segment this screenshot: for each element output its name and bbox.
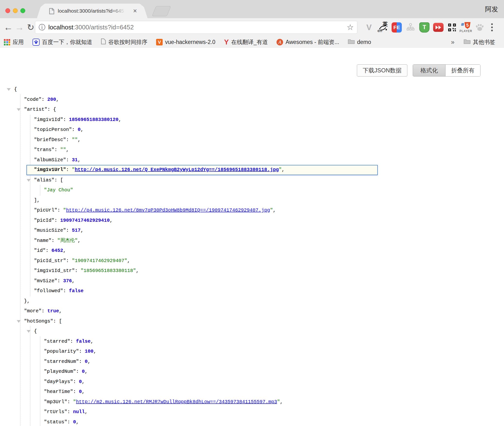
bookmark-apps[interactable]: 应用 bbox=[4, 38, 24, 46]
json-line: "img1v1Id_str": "18569651883380118", bbox=[34, 266, 378, 276]
json-value: true bbox=[47, 308, 59, 314]
bookmarks-overflow-chevron[interactable]: » bbox=[451, 38, 454, 46]
json-value: 0 bbox=[78, 127, 81, 132]
bookmark-vue-hackernews[interactable]: V vue-hackernews-2.0 bbox=[156, 39, 215, 45]
tampermonkey-icon[interactable]: T bbox=[419, 21, 430, 34]
zoom-window-button[interactable] bbox=[20, 8, 25, 13]
json-value: 19097417462929410 bbox=[60, 218, 110, 223]
fe-extension-icon[interactable]: FE bbox=[391, 21, 402, 34]
json-text: : bbox=[72, 127, 78, 132]
json-line: "picId_str": "19097417462929407", bbox=[34, 256, 378, 266]
json-text: : bbox=[54, 177, 60, 183]
json-text: , bbox=[85, 409, 88, 415]
address-bar[interactable]: ⓘ localhost:3000/artists?id=6452 ☆ bbox=[35, 21, 357, 34]
json-line: "picId": 19097417462929410, bbox=[34, 215, 378, 226]
json-text: , bbox=[88, 359, 91, 364]
format-button[interactable]: 格式化 bbox=[413, 65, 445, 76]
browser-tab[interactable]: localhost:3000/artists?id=645 × bbox=[43, 4, 142, 18]
reload-button[interactable]: ↻ bbox=[25, 18, 36, 36]
json-block: "code": 200,"artist": {"img1v1Id": 18569… bbox=[20, 94, 378, 426]
bookmark-google-sort[interactable]: 谷歌按时间排序 bbox=[101, 38, 147, 46]
tab-title-fade bbox=[111, 4, 128, 18]
back-button[interactable]: ← bbox=[3, 18, 14, 36]
json-block: "img1v1Id": 18569651883380120,"topicPers… bbox=[30, 115, 378, 296]
url-host: localhost bbox=[48, 24, 73, 31]
json-text: , bbox=[63, 248, 66, 253]
json-value: "19097417462929407" bbox=[72, 258, 127, 264]
vue-icon: V bbox=[156, 39, 163, 45]
json-text: : bbox=[66, 157, 72, 163]
json-text: : bbox=[67, 419, 73, 425]
tab-close-icon[interactable]: × bbox=[133, 4, 137, 18]
close-window-button[interactable] bbox=[5, 8, 10, 13]
collapse-all-button[interactable]: 折叠所有 bbox=[445, 65, 480, 76]
json-text: : bbox=[73, 389, 79, 394]
json-link[interactable]: http://p4.music.126.net/Q_ExePNkmgB2yWyL… bbox=[75, 167, 279, 172]
json-line: "artist": { bbox=[24, 104, 378, 115]
json-key: "img1v1Url" bbox=[34, 167, 66, 172]
json-line: "playedNum": 0, bbox=[44, 366, 378, 377]
json-line: "status": 0, bbox=[44, 417, 378, 426]
json-text: : bbox=[79, 359, 85, 364]
json-line: "dayPlays": 0, bbox=[44, 377, 378, 387]
json-value: 6452 bbox=[51, 248, 63, 253]
download-json-button[interactable]: 下载JSON数据 bbox=[357, 64, 407, 77]
paw-icon[interactable] bbox=[474, 21, 485, 34]
json-value: "http://p4.music.126.net/Q_ExePNkmgB2yWy… bbox=[72, 167, 282, 172]
json-line: "albumSize": 31, bbox=[34, 155, 378, 165]
json-line: "hotSongs": [ bbox=[24, 316, 378, 326]
json-text: : bbox=[53, 318, 59, 324]
json-key: "starredNum" bbox=[44, 359, 79, 364]
qr-code-icon[interactable] bbox=[447, 21, 457, 34]
view-mode-segmented-control: 格式化 折叠所有 bbox=[413, 64, 480, 77]
json-key: "alias" bbox=[34, 177, 54, 183]
bookmark-demo-folder[interactable]: demo bbox=[348, 39, 371, 45]
browser-menu-icon[interactable] bbox=[488, 21, 496, 34]
bookmark-youdao-translate[interactable]: Y 在线翻译_有道 bbox=[224, 38, 268, 46]
collapse-triangle[interactable] bbox=[27, 179, 31, 182]
json-text: : bbox=[47, 107, 53, 112]
vue-devtools-icon[interactable]: V bbox=[364, 21, 374, 34]
json-line: "rtUrls": null, bbox=[44, 407, 378, 417]
json-text: , bbox=[78, 238, 81, 243]
bookmark-baidu[interactable]: 百度一下，你就知道 bbox=[33, 38, 92, 46]
bookmark-awesomes[interactable]: A Awesomes - 前端资... bbox=[277, 38, 339, 46]
json-line: "img1v1Url": "http://p4.music.126.net/Q_… bbox=[26, 165, 378, 175]
fast-forward-icon[interactable] bbox=[433, 21, 444, 34]
html5-player-icon[interactable]: 5 PLAYER bbox=[461, 21, 471, 34]
page-info-icon[interactable]: ⓘ bbox=[39, 23, 45, 32]
json-text: , bbox=[127, 258, 130, 264]
json-text: : bbox=[75, 268, 81, 273]
json-text: : bbox=[57, 207, 63, 213]
json-value: 517 bbox=[72, 228, 81, 233]
json-text: , bbox=[282, 167, 285, 172]
new-tab-button[interactable] bbox=[152, 6, 171, 16]
collapse-triangle[interactable] bbox=[27, 330, 31, 333]
awesomes-icon: A bbox=[277, 39, 283, 45]
json-text: : bbox=[66, 167, 72, 172]
json-text: , bbox=[273, 207, 276, 213]
json-key: "mp3Url" bbox=[44, 399, 67, 405]
json-link[interactable]: http://m2.music.126.net/RMJR7wDullRqppBk… bbox=[76, 399, 277, 405]
json-key: "artist" bbox=[24, 107, 47, 112]
collapse-triangle[interactable] bbox=[17, 108, 21, 111]
collapse-triangle[interactable] bbox=[17, 320, 21, 323]
json-key: "code" bbox=[24, 97, 42, 102]
json-text: , bbox=[72, 278, 75, 284]
json-text: : bbox=[46, 248, 51, 253]
other-bookmarks-folder[interactable]: 其他书签 bbox=[464, 38, 495, 46]
json-value: 376 bbox=[63, 278, 72, 284]
collapse-triangle[interactable] bbox=[7, 88, 11, 91]
minimize-window-button[interactable] bbox=[13, 8, 18, 13]
profile-name[interactable]: 阿发 bbox=[485, 5, 498, 14]
bookmark-star-icon[interactable]: ☆ bbox=[347, 23, 354, 32]
sitemap-icon[interactable] bbox=[405, 21, 416, 34]
json-link[interactable]: http://p4.music.126.net/8mv7qP30Pd3oHW8b… bbox=[66, 207, 270, 213]
json-text: , bbox=[280, 399, 283, 405]
json-value: "" bbox=[72, 137, 78, 143]
json-text: , bbox=[56, 97, 59, 102]
forward-button[interactable]: → bbox=[14, 18, 25, 36]
json-key: "starred" bbox=[44, 339, 70, 344]
translate-icon[interactable]: 英 en bbox=[378, 21, 388, 34]
json-line: { bbox=[14, 84, 378, 94]
